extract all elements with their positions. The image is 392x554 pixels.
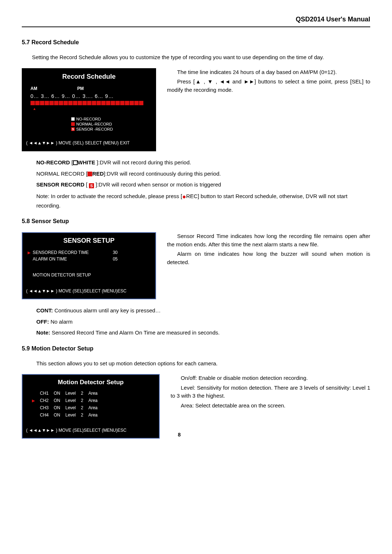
table-row: ▶ CH2ONLevel2Area xyxy=(32,397,102,404)
s58-right-para-2: Alarm on time indicates how long the buz… xyxy=(167,250,370,266)
normal-record-icon xyxy=(71,122,75,126)
s57-note: Note: In order to activate the record sc… xyxy=(36,192,370,210)
motion-channel-table: CH1ONLevel2Area ▶ CH2ONLevel2Area CH3ONL… xyxy=(31,389,103,419)
table-row: CH4ONLevel2Area xyxy=(32,412,102,418)
section-5-9-intro: This section allows you to set up motion… xyxy=(36,360,370,368)
s-badge-icon: S xyxy=(89,183,94,188)
record-schedule-screenshot: Record Schedule AM PM 0… 3… 6… 9… 0… 3….… xyxy=(22,68,156,152)
alarm-on-time-label: ALARM ON TIME xyxy=(33,256,67,262)
normal-record-definition: NORMAL RECORD [RED]:DVR will record cont… xyxy=(36,170,370,178)
page-header-title: QSD2014 User's Manual xyxy=(22,15,370,24)
section-5-7-title: 5.7 Record Schedule xyxy=(22,38,370,47)
am-label: AM xyxy=(30,85,37,92)
sensored-record-time-value: 30 xyxy=(113,249,118,256)
section-5-7-intro: Setting the Record Schedule allows you t… xyxy=(22,53,370,62)
s59-right-para-1: On/off: Enable or disable motion detecti… xyxy=(171,374,370,382)
normal-record-legend: NORMAL-RECORD xyxy=(76,122,112,127)
sensor-setup-footer: ( ◄◄▲▼►► ) MOVE (SEL)SELECT (MENU)ESC xyxy=(23,285,155,299)
sensor-record-icon: S xyxy=(71,127,75,131)
s58-note: Note: Sensored Record Time and Alarm On … xyxy=(36,329,370,337)
s58-right-para-1: Sensor Record Time indicates how long th… xyxy=(167,232,370,249)
motion-detector-setup-item: MOTION DETECTOR SETUP xyxy=(33,272,91,278)
timeline-pointer-icon: ▲ xyxy=(28,106,150,111)
no-record-icon xyxy=(71,117,75,121)
page-number: 8 xyxy=(178,431,181,439)
motion-detector-footer: ( ◄◄▲▼►► ) MOVE (SEL)SELECT (MENU)ESC xyxy=(23,424,159,438)
sensored-record-time-label: SENSORED RECORD TIME xyxy=(33,249,89,256)
no-record-definition: NO-RECORD [WHITE ]:DVR will not record d… xyxy=(36,159,370,167)
off-definition: OFF: No alarm xyxy=(36,318,370,326)
section-5-9-title: 5.9 Motion Detector Setup xyxy=(22,344,370,353)
sensor-setup-title: SENSOR SETUP xyxy=(23,233,155,247)
sensor-setup-screenshot: SENSOR SETUP ▶ SENSORED RECORD TIME 30 A… xyxy=(22,232,156,299)
record-schedule-title: Record Schedule xyxy=(23,69,155,83)
alarm-on-time-value: 05 xyxy=(113,256,118,262)
timeline-blocks xyxy=(28,101,150,105)
rec-dot-icon: ● xyxy=(182,193,186,200)
no-record-legend: NO-RECORD xyxy=(76,116,101,122)
s59-right-para-3: Area: Select detectable area on the scre… xyxy=(171,402,370,410)
s59-right-para-2: Level: Sensitivity for motion detection.… xyxy=(171,384,370,400)
record-schedule-footer: ( ◄◄▲▼►► ) MOVE (SEL) SELECT (MENU) EXIT xyxy=(23,137,155,151)
table-row: CH1ONLevel2Area xyxy=(32,390,102,397)
timeline-hours: 0… 3… 6… 9… 0… 3…. 6… 9… xyxy=(30,93,114,100)
record-legend: NO-RECORD NORMAL-RECORD SSENSOR -RECORD xyxy=(71,116,150,132)
section-5-8-title: 5.8 Sensor Setup xyxy=(22,217,370,226)
motion-detector-title: Motion Detector Setup xyxy=(23,375,159,389)
s57-right-para-1: The time line indicates 24 hours of a da… xyxy=(167,68,370,77)
header-divider xyxy=(22,26,370,27)
sensor-record-legend: SENSOR -RECORD xyxy=(76,127,113,132)
sensor-record-definition: SENSOR RECORD [ S ]:DVR will record when… xyxy=(36,181,370,189)
selected-row-icon: ▶ xyxy=(28,250,30,256)
pm-label: PM xyxy=(77,85,84,92)
selected-row-icon: ▶ xyxy=(32,398,35,403)
table-row: CH3ONLevel2Area xyxy=(32,405,102,411)
motion-detector-screenshot: Motion Detector Setup CH1ONLevel2Area ▶ … xyxy=(22,374,160,439)
s57-right-para-2: Press [▲ , ▼ , ◄◄ and ►►] buttons to sel… xyxy=(167,78,370,94)
red-square-icon xyxy=(87,172,92,176)
white-square-icon xyxy=(73,160,78,165)
cont-definition: CONT: Continuous alarm until any key is … xyxy=(36,307,370,315)
